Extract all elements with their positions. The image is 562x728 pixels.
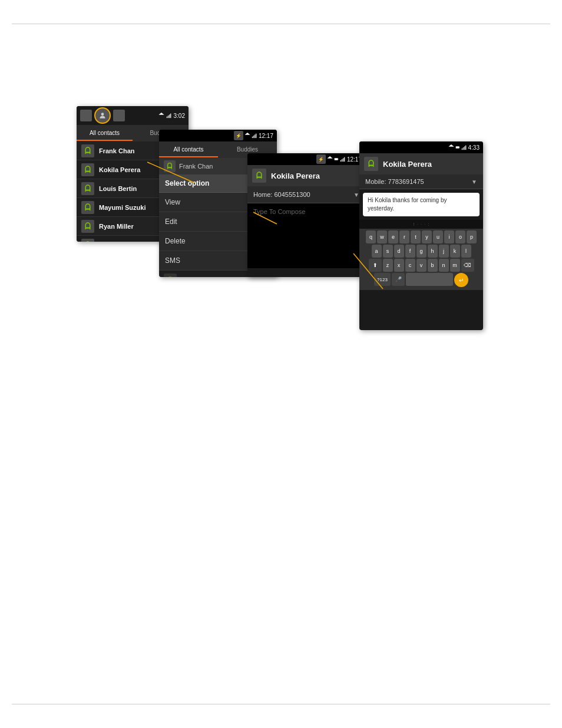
screen4-sms-header: Kokila Perera	[359, 153, 483, 174]
dot1: !	[413, 222, 414, 227]
key-m[interactable]: m	[450, 259, 460, 272]
key-n[interactable]: n	[439, 259, 449, 272]
dot3: ·	[421, 222, 422, 227]
key-y[interactable]: y	[422, 230, 432, 243]
screen4-dropdown-arrow[interactable]: ▼	[471, 179, 477, 185]
top-rule	[12, 24, 550, 24]
key-l[interactable]: l	[461, 245, 471, 258]
screen2-tab-all-contacts[interactable]: All contacts	[159, 143, 218, 157]
screen2-status-icons: ⚡ 12:17	[234, 131, 273, 140]
screen4-wifi-icon	[448, 144, 454, 150]
key-enter[interactable]: ↵	[454, 273, 468, 287]
key-s[interactable]: s	[383, 245, 393, 258]
svg-rect-14	[344, 157, 345, 162]
bottom-rule	[12, 704, 550, 704]
key-k[interactable]: k	[450, 245, 460, 258]
screen3-compose-area[interactable]: Type To Compose	[247, 203, 365, 233]
avatar-sergei-petrov	[81, 239, 94, 242]
keyboard-dots-row: ! · · · :	[359, 220, 483, 229]
key-mic[interactable]: 🎤	[392, 273, 405, 286]
key-j[interactable]: j	[439, 245, 449, 258]
svg-point-0	[101, 113, 104, 116]
screen4-phone-number: Mobile: 7783691475	[365, 178, 424, 185]
key-g[interactable]: g	[416, 245, 427, 258]
svg-rect-15	[455, 146, 459, 148]
keyboard-row-2: a s d f g h j k l	[361, 245, 482, 258]
screen3-black-bottom	[247, 233, 365, 268]
key-i[interactable]: i	[444, 230, 454, 243]
key-b[interactable]: b	[428, 259, 438, 272]
screen3-compose-placeholder: Type To Compose	[253, 208, 305, 215]
svg-rect-9	[335, 158, 338, 160]
svg-rect-10	[338, 159, 339, 159]
key-u[interactable]: u	[433, 230, 443, 243]
contact-name-mayumi-suzuki: Mayumi Suzuki	[99, 204, 146, 211]
dot5: :	[428, 222, 429, 227]
key-q[interactable]: q	[366, 230, 376, 243]
tab-all-contacts[interactable]: All contacts	[77, 126, 133, 141]
key-f[interactable]: f	[405, 245, 415, 258]
key-v[interactable]: v	[416, 259, 427, 272]
svg-rect-20	[465, 146, 466, 150]
key-shift[interactable]: ⬆	[369, 259, 382, 272]
dot2: ·	[417, 222, 418, 227]
screen2-signal-icon	[252, 133, 257, 139]
screen2-android-icon	[165, 162, 174, 171]
screen2-contact-name: Frank Chan	[179, 163, 213, 170]
keyboard: q w e r t y u i o p a s d f g h j k	[359, 229, 483, 290]
svg-rect-8	[256, 134, 256, 139]
screen1-time: 3:02	[174, 113, 185, 119]
dot4: ·	[424, 222, 425, 227]
svg-rect-1	[166, 117, 167, 118]
message-bubble: Hi Kokila thanks for coming by yesterday…	[363, 193, 480, 216]
screen1-topbar: 3:02	[77, 106, 189, 125]
keyboard-row-1: q w e r t y u i o p	[361, 230, 482, 243]
screen3-status-bar: ⚡ 12:17	[247, 153, 365, 165]
key-p[interactable]: p	[467, 230, 477, 243]
screen3-contact-name: Kokila Perera	[271, 172, 320, 180]
key-r[interactable]: r	[399, 230, 409, 243]
svg-rect-16	[459, 147, 459, 147]
screen3-dropdown-arrow[interactable]: ▼	[353, 192, 359, 198]
key-x[interactable]: x	[394, 259, 404, 272]
svg-rect-13	[343, 158, 343, 162]
person-icon	[98, 111, 107, 120]
screen3-phone-select-row[interactable]: Home: 6045551300 ▼	[247, 186, 365, 203]
screen4-status-bar: 4:33	[359, 141, 483, 153]
svg-rect-7	[254, 134, 255, 138]
screen4-contact-name: Kokila Perera	[383, 160, 432, 169]
svg-rect-4	[170, 114, 171, 118]
key-w[interactable]: w	[377, 230, 387, 243]
contact-name-louis-bertin: Louis Bertin	[99, 185, 137, 192]
screen2-avatar	[164, 160, 176, 172]
key-t[interactable]: t	[411, 230, 421, 243]
key-o[interactable]: o	[455, 230, 465, 243]
wifi-icon	[158, 113, 164, 118]
key-symbols[interactable]: ?123	[374, 273, 391, 286]
avatar-mayumi-suzuki	[81, 201, 94, 214]
key-d[interactable]: d	[394, 245, 404, 258]
key-e[interactable]: e	[388, 230, 398, 243]
screen2-partial-name: Sergei Petro...	[181, 276, 225, 278]
key-a[interactable]: a	[372, 245, 382, 258]
screen3-notification-icon: ⚡	[316, 154, 326, 164]
key-h[interactable]: h	[428, 245, 438, 258]
screen4-signal-icon	[461, 144, 467, 150]
screen4-phone-row[interactable]: Mobile: 7783691475 ▼	[359, 174, 483, 189]
screen3-phone-number: Home: 6045551300	[253, 191, 310, 198]
screen4-avatar	[364, 157, 378, 171]
svg-rect-18	[462, 147, 463, 150]
contact-name-ryan-miller: Ryan Miller	[99, 223, 134, 230]
topbar-icons: 3:02	[158, 113, 185, 119]
screen3-wifi-icon	[327, 156, 333, 162]
key-c[interactable]: c	[405, 259, 415, 272]
key-backspace[interactable]: ⌫	[461, 259, 474, 272]
extra-icon	[113, 110, 125, 121]
svg-rect-12	[342, 159, 342, 162]
svg-rect-5	[252, 137, 253, 139]
key-space[interactable]	[406, 273, 453, 286]
key-z[interactable]: z	[383, 259, 393, 272]
screen2-partial-avatar	[164, 274, 177, 278]
screenshots-container: 3:02 All contacts Buddies Frank Chan Kok…	[77, 106, 501, 354]
screen3-sms-compose: ⚡ 12:17 Kokila Perera Home: 6045551300 ▼…	[247, 153, 365, 277]
